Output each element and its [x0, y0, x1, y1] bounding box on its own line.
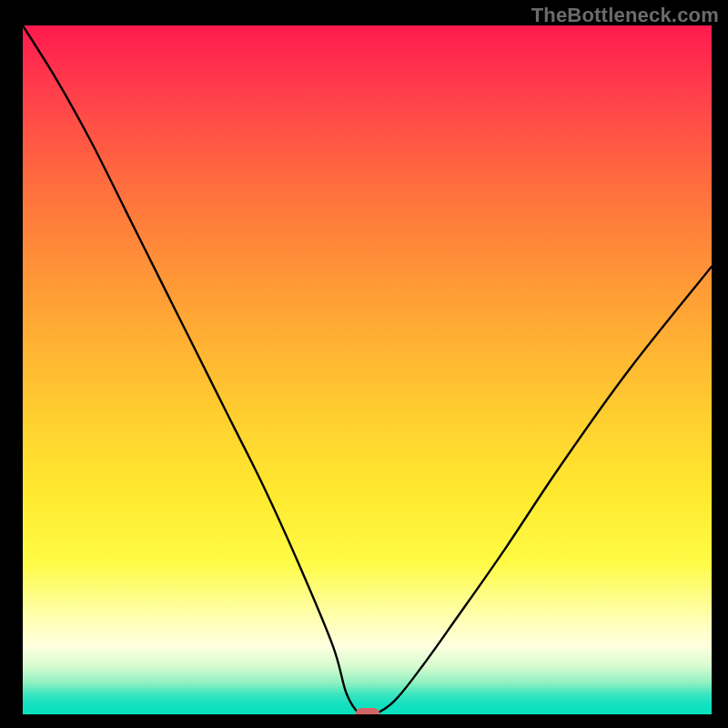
bottleneck-curve: [23, 25, 712, 714]
chart-frame: TheBottleneck.com: [0, 0, 728, 728]
plot-area: [23, 25, 712, 714]
minimum-marker: [355, 708, 379, 714]
attribution-label: TheBottleneck.com: [531, 4, 719, 27]
